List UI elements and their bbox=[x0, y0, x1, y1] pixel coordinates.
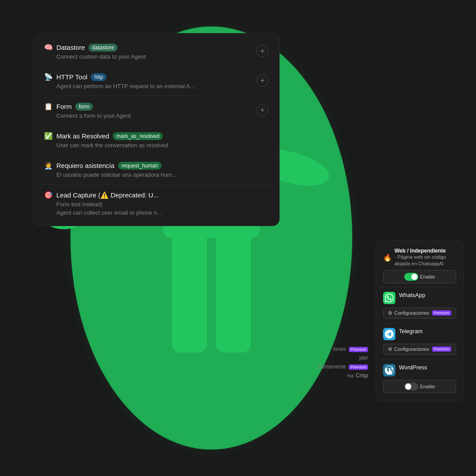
side-label-pier: pier bbox=[317, 355, 368, 361]
web-title-text: Web / Independiente - Página web sin cód… bbox=[395, 248, 456, 268]
web-emoji: 🔥 bbox=[383, 253, 392, 262]
tool-item-request-human[interactable]: 🧑‍💼 Requiero asistencia request_human El… bbox=[37, 155, 276, 185]
crisp-label: Crisp bbox=[356, 372, 368, 379]
tool-desc-mark: User can mark the conversation as resolv… bbox=[56, 142, 269, 149]
telegram-icon bbox=[383, 328, 395, 340]
wordpress-enable-button[interactable]: Enable bbox=[383, 380, 456, 393]
add-datastore-button[interactable]: + bbox=[256, 45, 269, 57]
wordpress-name: WordPress bbox=[399, 364, 427, 371]
whatsapp-config-button[interactable]: ⚙ Configuraciones Premium bbox=[383, 308, 456, 319]
telegram-config-button[interactable]: ⚙ Configuraciones Premium bbox=[383, 344, 456, 355]
svg-rect-6 bbox=[216, 229, 251, 353]
tool-title-row-datastore: 🧠 Datastore datastore bbox=[44, 43, 256, 52]
web-title: Web / Independiente bbox=[395, 248, 456, 254]
tool-item-mark-resolved[interactable]: ✅ Mark as Resolved mark_as_resolved User… bbox=[37, 126, 276, 155]
datastore-icon: 🧠 bbox=[44, 43, 53, 52]
tool-info-lead: 🎯 Lead Capture (⚠️ Deprecated: U... Form… bbox=[44, 191, 269, 216]
web-enable-button[interactable]: Enable bbox=[383, 270, 456, 283]
tool-desc-http: Agent can perform an HTTP request to an … bbox=[56, 83, 256, 89]
whatsapp-integration-item: WhatsApp ⚙ Configuraciones Premium bbox=[380, 287, 460, 324]
telegram-config-label: Configuraciones bbox=[394, 346, 429, 352]
premium-badge-iones: Premium bbox=[349, 347, 368, 352]
side-label-crisp: risp Crisp bbox=[317, 372, 368, 379]
tools-panel: 🧠 Datastore datastore Connect custom dat… bbox=[33, 33, 280, 226]
web-enable-label: Enable bbox=[420, 274, 435, 279]
lead-icon: 🎯 bbox=[44, 191, 53, 199]
tool-info-http: 📡 HTTP Tool http Agent can perform an HT… bbox=[44, 73, 256, 89]
telegram-premium-badge: Premium bbox=[432, 346, 451, 352]
wordpress-icon bbox=[383, 364, 395, 376]
whatsapp-icon bbox=[383, 292, 395, 304]
side-label-iones: iones Premium bbox=[317, 346, 368, 352]
request-icon: 🧑‍💼 bbox=[44, 161, 53, 170]
tool-title-row-form: 📋 Form form bbox=[44, 102, 256, 111]
whatsapp-name: WhatsApp bbox=[399, 292, 425, 298]
tool-badge-datastore: datastore bbox=[89, 44, 118, 52]
config-icon-telegram: ⚙ bbox=[388, 346, 392, 352]
tool-desc-lead-line2: Form tool instead) bbox=[56, 201, 269, 208]
tool-name-form: Form bbox=[56, 103, 72, 110]
tool-badge-request: request_human bbox=[118, 162, 162, 170]
tool-desc-datastore: Connect custom data to your Agent bbox=[56, 53, 256, 60]
web-desc: - Página web sin código alojada en Chats… bbox=[395, 254, 456, 268]
mark-icon: ✅ bbox=[44, 132, 53, 140]
tool-info-request: 🧑‍💼 Requiero asistencia request_human El… bbox=[44, 161, 269, 178]
tool-info-datastore: 🧠 Datastore datastore Connect custom dat… bbox=[44, 43, 256, 60]
tool-info-form: 📋 Form form Connect a form to your Agent bbox=[44, 102, 256, 119]
form-icon: 📋 bbox=[44, 102, 53, 111]
whatsapp-config-label: Configuraciones bbox=[394, 310, 429, 316]
tool-name-datastore: Datastore bbox=[56, 44, 85, 51]
tool-title-row-http: 📡 HTTP Tool http bbox=[44, 73, 256, 81]
tool-title-row-mark: ✅ Mark as Resolved mark_as_resolved bbox=[44, 132, 269, 140]
wordpress-top: WordPress bbox=[383, 364, 456, 376]
wordpress-toggle[interactable] bbox=[404, 383, 418, 390]
tool-item-lead-capture[interactable]: 🎯 Lead Capture (⚠️ Deprecated: U... Form… bbox=[37, 185, 276, 222]
side-labels-area: iones Premium pier Súmamente Premium ris… bbox=[317, 346, 368, 379]
telegram-integration-item: Telegram ⚙ Configuraciones Premium bbox=[380, 324, 460, 360]
add-http-button[interactable]: + bbox=[256, 74, 269, 87]
web-title-row: 🔥 Web / Independiente - Página web sin c… bbox=[383, 248, 456, 268]
whatsapp-premium-badge: Premium bbox=[432, 310, 451, 316]
tool-item-datastore[interactable]: 🧠 Datastore datastore Connect custom dat… bbox=[37, 37, 276, 67]
tool-item-form[interactable]: 📋 Form form Connect a form to your Agent… bbox=[37, 96, 276, 126]
add-form-button[interactable]: + bbox=[256, 104, 269, 116]
wordpress-enable-label: Enable bbox=[420, 384, 435, 389]
tool-badge-form: form bbox=[75, 103, 93, 111]
web-toggle[interactable] bbox=[404, 273, 418, 281]
tool-badge-http: http bbox=[91, 73, 107, 81]
tool-item-http[interactable]: 📡 HTTP Tool http Agent can perform an HT… bbox=[37, 67, 276, 96]
tool-title-row-lead: 🎯 Lead Capture (⚠️ Deprecated: U... bbox=[44, 191, 269, 199]
tool-info-mark: ✅ Mark as Resolved mark_as_resolved User… bbox=[44, 132, 269, 149]
whatsapp-top: WhatsApp bbox=[383, 292, 456, 304]
config-icon-whatsapp: ⚙ bbox=[388, 310, 392, 316]
tool-name-lead: Lead Capture (⚠️ Deprecated: U... bbox=[56, 191, 159, 199]
web-integration-item: 🔥 Web / Independiente - Página web sin c… bbox=[380, 244, 460, 287]
telegram-name: Telegram bbox=[399, 328, 422, 335]
tool-desc-lead: Agent can collect user email or phone n.… bbox=[56, 209, 269, 216]
svg-rect-5 bbox=[172, 229, 207, 353]
telegram-top: Telegram bbox=[383, 328, 456, 340]
tool-name-request: Requiero asistencia bbox=[56, 162, 114, 169]
tool-name-mark: Mark as Resolved bbox=[56, 132, 109, 140]
tool-title-row-request: 🧑‍💼 Requiero asistencia request_human bbox=[44, 161, 269, 170]
tool-name-http: HTTP Tool bbox=[56, 73, 87, 81]
tool-badge-mark: mark_as_resolved bbox=[113, 132, 163, 140]
wordpress-integration-item: WordPress Enable bbox=[380, 360, 460, 398]
side-label-sumamente: Súmamente Premium bbox=[317, 364, 368, 370]
premium-badge-sumamente: Premium bbox=[349, 364, 368, 370]
http-icon: 📡 bbox=[44, 73, 53, 81]
integrations-panel: 🔥 Web / Independiente - Página web sin c… bbox=[376, 240, 464, 402]
tool-desc-request: El usuario puede solicitar una operadora… bbox=[56, 171, 269, 178]
tool-desc-form: Connect a form to your Agent bbox=[56, 112, 256, 119]
